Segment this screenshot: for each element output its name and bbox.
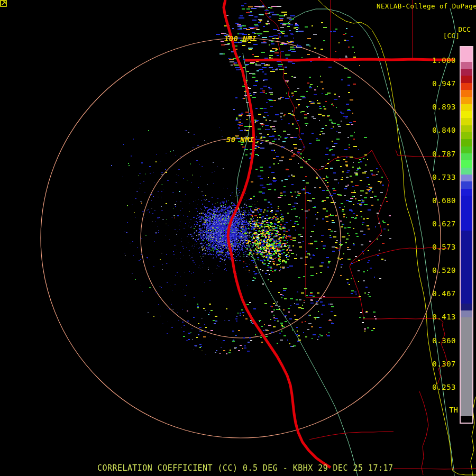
- colorbar-segment: [461, 90, 472, 97]
- map-line-highway-101: [224, 0, 331, 468]
- range-ring-label-100nmi: 100 NMI: [224, 35, 257, 42]
- units-label: [CC]: [443, 32, 460, 39]
- colorbar-segment: [461, 175, 472, 181]
- colorbar-tick-label: 0.307: [419, 360, 456, 368]
- colorbar-segment: [461, 196, 472, 231]
- colorbar-tick-label: 0.733: [419, 173, 456, 181]
- colorbar-segment: [461, 304, 472, 310]
- range-ring-label-50nmi: 50 NMI: [226, 136, 254, 143]
- cc-colorbar: [460, 46, 473, 424]
- product-caption: CORRELATION COEFFICIENT (CC) 0.5 DEG - K…: [97, 464, 393, 472]
- colorbar-segment: [461, 317, 472, 416]
- colorbar-segment: [461, 189, 472, 196]
- colorbar-tick-label: 0.680: [419, 196, 456, 205]
- product-code-label: DCC: [459, 26, 471, 33]
- colorbar-segment: [461, 62, 472, 69]
- threshold-label: TH: [449, 406, 458, 414]
- colorbar-segment: [461, 47, 472, 62]
- colorbar-tick-label: 0.947: [419, 79, 456, 88]
- colorbar-segment: [461, 147, 472, 153]
- colorbar-segment: [461, 76, 472, 83]
- colorbar-segment: [461, 139, 472, 147]
- colorbar-segment: [461, 97, 472, 104]
- colorbar-segment: [461, 69, 472, 76]
- map-highway-layer: [0, 0, 476, 476]
- colorbar-tick-label: 0.413: [419, 313, 456, 321]
- colorbar-tick-label: 0.787: [419, 150, 456, 158]
- colorbar-tick-label: 0.467: [419, 289, 456, 298]
- colorbar-segment: [461, 231, 472, 304]
- colorbar-tick-label: 0.627: [419, 219, 456, 228]
- page-title: NEXLAB-College of DuPage: [377, 3, 476, 10]
- colorbar-segment: [461, 111, 472, 118]
- colorbar-segment: [461, 153, 472, 160]
- colorbar-segment: [461, 310, 472, 317]
- colorbar-segment: [461, 160, 472, 168]
- colorbar-tick-label: 0.360: [419, 336, 456, 345]
- colorbar-tick-label: 0.893: [419, 103, 456, 111]
- colorbar-tick-label: 0.840: [419, 126, 456, 134]
- cod-weather-logo-icon: [0, 0, 7, 7]
- colorbar-segment: [461, 416, 472, 423]
- colorbar-segment: [461, 168, 472, 175]
- colorbar-tick-label: 0.253: [419, 383, 456, 391]
- colorbar-segment: [461, 83, 472, 90]
- colorbar-tick-label: 0.573: [419, 243, 456, 251]
- colorbar-segment: [461, 132, 472, 139]
- colorbar-segment: [461, 125, 472, 132]
- colorbar-segment: [461, 104, 472, 111]
- colorbar-segment: [461, 181, 472, 189]
- colorbar-segment: [461, 118, 472, 125]
- colorbar-tick-label: 0.520: [419, 266, 456, 274]
- colorbar-tick-label: 1.000: [419, 56, 456, 65]
- radar-display: NEXLAB-College of DuPage DCC [CC] 1.0000…: [0, 0, 476, 476]
